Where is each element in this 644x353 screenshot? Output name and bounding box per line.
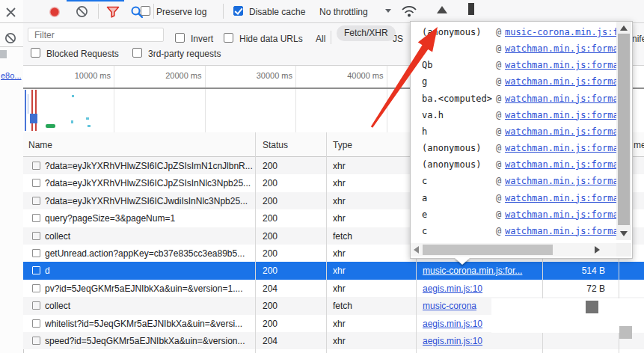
third-party-label: 3rd-party requests bbox=[148, 49, 221, 59]
scrollbar-thumb[interactable] bbox=[423, 245, 553, 255]
disable-cache-checkbox[interactable] bbox=[233, 6, 243, 16]
stack-frame-list: (anonymous)@music-corona.min.js:f@watchm… bbox=[411, 22, 616, 240]
divider bbox=[0, 22, 23, 23]
frame-source-link[interactable]: watchman.min.js:forma bbox=[505, 110, 616, 120]
timeline-tick-label: 30000 ms bbox=[249, 71, 292, 80]
close-icon[interactable] bbox=[5, 7, 16, 18]
request-name[interactable]: speed?id=5JeqGKMr5aEJNIbkXa&uin=&version… bbox=[45, 336, 254, 346]
request-name[interactable]: ?data=eyJkYXRhVHlwZSI6ICJpZSIsImN1cnJlbn… bbox=[45, 161, 254, 171]
record-icon[interactable] bbox=[49, 6, 61, 18]
frame-source-link[interactable]: watchman.min.js:forma bbox=[505, 60, 616, 70]
block-icon[interactable] bbox=[4, 32, 16, 44]
blocked-requests-checkbox[interactable] bbox=[31, 48, 40, 58]
request-name[interactable]: collect bbox=[45, 301, 254, 311]
row-checkbox[interactable] bbox=[32, 214, 40, 222]
initiator-link[interactable]: aegis.min.js:10 bbox=[423, 283, 482, 294]
import-har-icon-partial[interactable] bbox=[437, 6, 447, 13]
frame-at-separator: @ bbox=[496, 193, 501, 203]
frame-source-link[interactable]: watchman.min.js:forma bbox=[505, 193, 616, 203]
scroll-down-arrow[interactable] bbox=[620, 231, 628, 236]
scroll-up-arrow[interactable] bbox=[620, 25, 628, 31]
hide-data-urls-checkbox[interactable] bbox=[224, 33, 233, 43]
column-header-name[interactable]: Name bbox=[28, 140, 52, 150]
column-header-type[interactable]: Type bbox=[333, 140, 352, 150]
filter-chip-js[interactable]: JS bbox=[393, 34, 403, 44]
request-link-fragment[interactable]: e8o... bbox=[1, 71, 23, 80]
filter-chip-fetch-xhr[interactable]: Fetch/XHR bbox=[337, 25, 396, 41]
initiator-link[interactable]: music-corona bbox=[423, 301, 476, 311]
filter-input[interactable] bbox=[28, 28, 164, 42]
column-divider[interactable] bbox=[326, 132, 327, 353]
row-checkbox[interactable] bbox=[32, 249, 40, 257]
clear-icon[interactable] bbox=[76, 5, 88, 18]
frame-source-link[interactable]: watchman.min.js:forma bbox=[505, 76, 616, 87]
frame-source-link[interactable]: music-corona.min.js:f bbox=[505, 27, 616, 37]
column-header-status[interactable]: Status bbox=[263, 140, 288, 150]
popup-vertical-scrollbar[interactable] bbox=[616, 22, 631, 240]
stack-frame: (anonymous)@watchman.min.js:forma bbox=[411, 141, 616, 158]
frame-source-link[interactable]: watchman.min.js:forma bbox=[505, 209, 616, 220]
frame-function-name: e bbox=[422, 209, 427, 220]
request-name[interactable]: getUnread.action?appKey=cb37e835cc3ea89b… bbox=[45, 248, 254, 259]
request-status: 200 bbox=[263, 196, 322, 206]
filter-chip-manifest-fragment[interactable]: nife bbox=[632, 34, 644, 44]
scroll-right-arrow[interactable] bbox=[595, 246, 600, 254]
request-name[interactable]: whitelist?id=5JeqGKMr5aEJNIbkXa&uin=&ver… bbox=[45, 319, 254, 329]
invert-checkbox[interactable] bbox=[175, 33, 185, 43]
row-checkbox[interactable] bbox=[32, 232, 40, 240]
frame-at-separator: @ bbox=[496, 43, 501, 54]
frame-source-link[interactable]: watchman.min.js:forma bbox=[505, 43, 616, 54]
export-har-icon-partial[interactable] bbox=[468, 3, 474, 15]
filter-funnel-icon[interactable] bbox=[106, 6, 120, 18]
stack-frame: c@watchman.min.js:forma bbox=[411, 224, 616, 240]
request-name[interactable]: pv?id=5JeqGKMr5aEJNIbkXa&uin=&version=1.… bbox=[45, 283, 254, 294]
row-checkbox[interactable] bbox=[32, 197, 40, 205]
scrollbar-corner bbox=[616, 243, 631, 257]
frame-source-link[interactable]: watchman.min.js:forma bbox=[505, 159, 616, 170]
initiator-link[interactable]: aegis.min.js:10 bbox=[423, 319, 482, 329]
row-checkbox[interactable] bbox=[32, 162, 40, 170]
row-checkbox[interactable] bbox=[32, 179, 40, 187]
chevron-down-icon[interactable] bbox=[385, 9, 391, 13]
network-conditions-icon[interactable] bbox=[401, 4, 417, 18]
column-header-time-fragment[interactable]: me bbox=[634, 140, 644, 150]
request-name[interactable]: ?data=eyJkYXRhVHlwZSI6ICJwdiIsInNlc3Npb2… bbox=[45, 196, 254, 206]
frame-source-link[interactable]: watchman.min.js:forma bbox=[505, 143, 616, 153]
column-divider[interactable] bbox=[255, 132, 256, 353]
request-type: xhr bbox=[333, 248, 408, 259]
devtools-network-panel: e8o... Preserve log Disable cache No thr… bbox=[0, 0, 644, 353]
table-row[interactable]: pv?id=5JeqGKMr5aEJNIbkXa&uin=&version=1.… bbox=[23, 280, 644, 297]
frame-source-link[interactable]: watchman.min.js:forma bbox=[505, 93, 616, 104]
row-checkbox[interactable] bbox=[32, 266, 40, 274]
request-name[interactable]: ?data=eyJkYXRhVHlwZSI6ICJpZSIsInNlc3Npb2… bbox=[45, 178, 254, 188]
stack-frame: Qb@watchman.min.js:forma bbox=[411, 58, 616, 75]
row-checkbox[interactable] bbox=[32, 319, 40, 328]
request-size: 72 B bbox=[542, 283, 612, 294]
row-checkbox[interactable] bbox=[32, 284, 40, 292]
scroll-left-arrow[interactable] bbox=[414, 246, 419, 254]
row-checkbox[interactable] bbox=[32, 337, 40, 345]
table-row[interactable]: speed?id=5JeqGKMr5aEJNIbkXa&uin=&version… bbox=[23, 332, 644, 349]
frame-source-link[interactable]: watchman.min.js:forma bbox=[505, 176, 616, 186]
request-name[interactable]: d bbox=[45, 265, 254, 276]
selected-request-block bbox=[30, 114, 37, 123]
frame-source-link[interactable]: watchman.min.js:forma bbox=[505, 126, 616, 137]
request-status: 204 bbox=[263, 336, 322, 346]
filter-chip-all[interactable]: All bbox=[316, 34, 325, 44]
throttling-select[interactable]: No throttling bbox=[319, 7, 368, 17]
frame-at-separator: @ bbox=[496, 110, 501, 120]
preserve-log-checkbox[interactable] bbox=[141, 6, 150, 16]
frame-source-link[interactable]: watchman.min.js:forma bbox=[505, 226, 616, 236]
initiator-link[interactable]: aegis.min.js:10 bbox=[423, 336, 482, 346]
initiator-link[interactable]: music-corona.min.js:for... bbox=[423, 265, 522, 276]
row-checkbox[interactable] bbox=[32, 301, 40, 310]
popup-horizontal-scrollbar[interactable] bbox=[411, 243, 616, 257]
table-row[interactable]: d200xhrmusic-corona.min.js:for...514 B bbox=[23, 262, 644, 279]
stack-trace-popup: (anonymous)@music-corona.min.js:f@watchm… bbox=[410, 21, 633, 259]
request-name[interactable]: query?pageSize=3&pageNum=1 bbox=[45, 213, 254, 224]
third-party-checkbox[interactable] bbox=[132, 48, 142, 58]
network-toolbar: Preserve log Disable cache No throttling bbox=[23, 0, 644, 23]
timeline-gridline bbox=[387, 66, 387, 132]
scrollbar-thumb[interactable] bbox=[618, 34, 630, 225]
request-name[interactable]: collect bbox=[45, 231, 254, 242]
